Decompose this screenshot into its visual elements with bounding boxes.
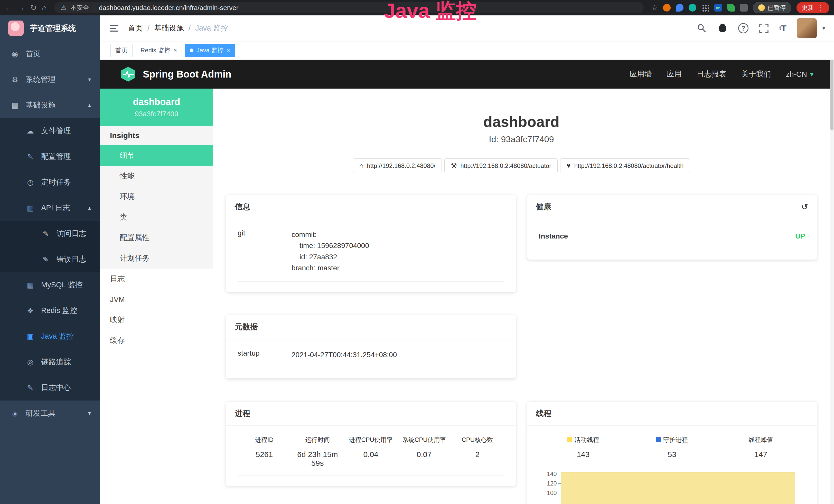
extensions-puzzle-icon[interactable] [740, 4, 748, 12]
sba-nav-wallboard[interactable]: 应用墙 [630, 69, 652, 79]
app-title: 芋道管理系统 [30, 23, 76, 33]
sba-menu-config-props[interactable]: 配置属性 [100, 228, 213, 248]
breadcrumb: 首页 / 基础设施 / Java 监控 [128, 23, 228, 33]
extension-green-icon[interactable] [688, 4, 696, 12]
font-size-icon[interactable]: tT [779, 23, 787, 33]
sba-menu-caches[interactable]: 缓存 [100, 330, 213, 351]
sba-menu-details[interactable]: 细节 [100, 145, 213, 166]
browser-home-icon[interactable]: ⌂ [42, 4, 46, 12]
sba-menu-classes[interactable]: 类 [100, 207, 213, 228]
stat-label: 活动线程 [574, 436, 599, 444]
sidebar-item-label: 访问日志 [57, 229, 86, 239]
github-icon[interactable] [717, 23, 728, 33]
sba-menu-jvm[interactable]: JVM [100, 289, 213, 310]
sba-menu-environment[interactable]: 环境 [100, 186, 213, 207]
stat-daemon-threads: 守护进程 53 [628, 436, 716, 459]
hamburger-icon[interactable] [109, 23, 119, 33]
startup-timestamp: 2021-04-27T00:44:31.254+08:00 [291, 349, 397, 360]
edit-icon: ✎ [41, 230, 50, 238]
sidebar-item-java-monitor[interactable]: ▣ Java 监控 [0, 323, 100, 349]
process-stats: 进程ID 5261 运行时间 6d 23h 15m 59s 进程CPU使用率 0… [238, 429, 504, 476]
sidebar-item-label: 系统管理 [26, 74, 56, 85]
instance-id: 93a3fc7f7409 [135, 110, 178, 118]
edit-icon: ✎ [41, 255, 50, 264]
browser-update-button[interactable]: 更新 ⋮ [796, 2, 829, 13]
history-icon[interactable]: ↺ [801, 202, 808, 212]
stat-label: 运行时间 [291, 436, 345, 444]
app-logo-row[interactable]: 芋道管理系统 [0, 16, 100, 41]
reload-icon[interactable]: ↻ [30, 4, 37, 12]
profile-avatar-icon [758, 4, 765, 11]
address-divider: | [93, 4, 95, 11]
sba-nav-about[interactable]: 关于我们 [741, 69, 771, 79]
close-icon[interactable]: × [226, 47, 230, 54]
threads-chart-y-axis: 140 120 100 [539, 470, 561, 504]
git-info-row: git commit: time: 1596289704000 id: 27aa… [238, 222, 504, 282]
brand-title[interactable]: Spring Boot Admin [143, 69, 232, 80]
sidebar-item-file-management[interactable]: ☁ 文件管理 [0, 118, 100, 144]
profile-paused-pill[interactable]: 已暂停 [753, 2, 791, 13]
health-url-button[interactable]: ♥ http://192.168.0.2:48080/actuator/heal… [560, 158, 690, 173]
instance-health-row[interactable]: Instance UP [539, 222, 806, 249]
card-title: 进程 [235, 408, 250, 419]
sidebar-item-config-management[interactable]: ✎ 配置管理 [0, 144, 100, 169]
user-avatar[interactable] [797, 18, 817, 38]
extension-leaf-icon[interactable] [727, 4, 735, 12]
breadcrumb-infrastructure[interactable]: 基础设施 [154, 23, 184, 33]
live-threads-area [561, 473, 795, 504]
sba-nav-journal[interactable]: 日志报表 [697, 69, 726, 79]
sidebar-item-system-management[interactable]: ⚙ 系统管理 ▾ [0, 67, 100, 92]
sidebar-item-access-logs[interactable]: ✎ 访问日志 [0, 221, 100, 247]
sba-menu-logs[interactable]: 日志 [100, 269, 213, 289]
daemon-threads-swatch [656, 437, 661, 442]
extension-drop-icon[interactable] [676, 4, 683, 12]
sidebar-item-home[interactable]: ◉ 首页 [0, 41, 100, 67]
forward-icon[interactable]: → [18, 4, 25, 12]
page-url[interactable]: dashboard.yudao.iocoder.cn/infra/admin-s… [99, 4, 238, 12]
chevron-down-icon: ▾ [810, 70, 813, 78]
address-bar[interactable]: ⚠ 不安全 | dashboard.yudao.iocoder.cn/infra… [54, 2, 644, 13]
tags-view: 首页 Redis 监控 × Java 监控 × [100, 41, 834, 60]
actuator-url-button[interactable]: ⚒ http://192.168.0.2:48080/actuator [444, 158, 557, 173]
instance-header[interactable]: dashboard 93a3fc7f7409 [100, 89, 213, 126]
breadcrumb-home[interactable]: 首页 [128, 23, 143, 33]
locale-label: zh-CN [786, 70, 807, 78]
fullscreen-icon[interactable] [759, 23, 769, 33]
browser-menu-icon[interactable]: ⋮ [817, 4, 824, 12]
instance-url-label: http://192.168.0.2:48080/ [367, 162, 435, 169]
sidebar-item-api-logs[interactable]: ▥ API 日志 ▴ [0, 195, 100, 221]
sidebar-item-error-logs[interactable]: ✎ 错误日志 [0, 247, 100, 272]
sidebar-item-scheduled-tasks[interactable]: ◷ 定时任务 [0, 169, 100, 195]
sidebar-item-mysql-monitor[interactable]: ▦ MySQL 监控 [0, 272, 100, 298]
locale-select[interactable]: zh-CN ▾ [786, 70, 813, 78]
bookmark-star-icon[interactable]: ☆ [651, 4, 658, 11]
search-icon[interactable] [697, 23, 707, 33]
tab-home[interactable]: 首页 [110, 44, 133, 57]
sidebar-item-infrastructure[interactable]: ▤ 基础设施 ▴ [0, 92, 100, 118]
tab-java-monitor[interactable]: Java 监控 × [185, 44, 235, 57]
sba-menu-metrics[interactable]: 性能 [100, 166, 213, 186]
sidebar-item-dev-tools[interactable]: ◈ 研发工具 ▾ [0, 400, 100, 426]
close-icon[interactable]: × [173, 47, 177, 54]
page-scrollbar[interactable] [830, 16, 834, 504]
sba-menu-mappings[interactable]: 映射 [100, 310, 213, 330]
help-icon[interactable]: ? [738, 23, 748, 33]
back-icon[interactable]: ← [5, 4, 12, 12]
sba-nav-applications[interactable]: 应用 [667, 69, 682, 79]
sba-menu-scheduled-tasks[interactable]: 计划任务 [100, 248, 213, 269]
extension-fox-icon[interactable] [663, 4, 671, 12]
tab-redis-monitor[interactable]: Redis 监控 × [136, 44, 182, 57]
breadcrumb-current: Java 监控 [195, 23, 228, 33]
extension-grid-icon[interactable] [701, 4, 709, 12]
sidebar-item-label: Java 监控 [41, 331, 74, 342]
instance-url-button[interactable]: ⌂ http://192.168.0.2:48080/ [353, 158, 442, 173]
not-secure-warning-icon: ⚠ [61, 4, 67, 11]
sidebar-item-label: API 日志 [41, 203, 70, 213]
avatar-caret-icon[interactable]: ▾ [822, 25, 825, 31]
home-icon: ⌂ [359, 162, 364, 170]
font-size-small-glyph: t [779, 25, 781, 31]
sidebar-item-log-center[interactable]: ✎ 日志中心 [0, 375, 100, 400]
sidebar-item-redis-monitor[interactable]: ❖ Redis 监控 [0, 298, 100, 323]
extension-on-badge-icon[interactable]: on [714, 4, 722, 12]
sidebar-item-trace[interactable]: ◎ 链路追踪 [0, 349, 100, 375]
